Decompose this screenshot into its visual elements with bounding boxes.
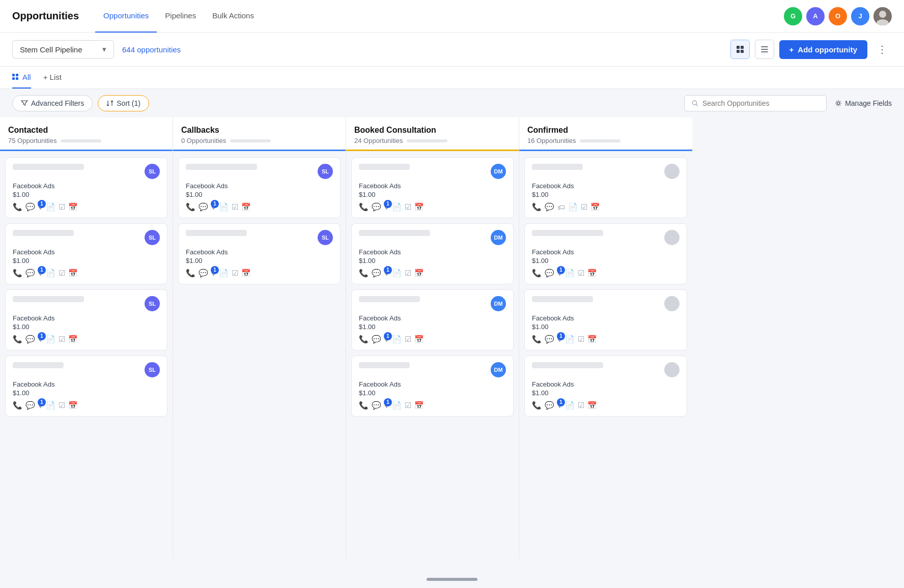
manage-fields-button[interactable]: Manage Fields <box>835 99 892 107</box>
chat-icon[interactable]: 💬 <box>25 401 35 410</box>
check-icon[interactable]: ☑ <box>405 335 411 344</box>
grid-view-button[interactable] <box>730 40 750 59</box>
opp-card[interactable]: SL Facebook Ads $1.00 📞 💬 ♥ 1 📄 ☑ 📅 <box>178 157 341 218</box>
advanced-filters-button[interactable]: Advanced Filters <box>12 95 93 111</box>
list-view-button[interactable] <box>755 40 774 59</box>
heart-badge[interactable]: ♥ 1 <box>384 401 389 410</box>
phone-icon[interactable]: 📞 <box>13 269 22 278</box>
avatar-a[interactable]: A <box>806 7 825 25</box>
heart-badge[interactable]: ♥ 1 <box>38 335 43 344</box>
opp-card[interactable]: DM Facebook Ads $1.00 📞 💬 ♥ 1 📄 ☑ 📅 <box>351 223 514 284</box>
phone-icon[interactable]: 📞 <box>13 202 22 212</box>
doc-icon[interactable]: 📄 <box>46 335 55 344</box>
user-avatar[interactable] <box>873 7 892 25</box>
chat-icon[interactable]: 💬 <box>545 401 554 410</box>
heart-badge[interactable]: ♥ 1 <box>557 335 562 344</box>
doc-icon[interactable]: 📄 <box>565 401 575 410</box>
doc-icon[interactable]: 📄 <box>46 202 55 212</box>
calendar-icon[interactable]: 📅 <box>68 202 78 212</box>
calendar-icon[interactable]: 📅 <box>587 401 597 410</box>
check-icon[interactable]: ☑ <box>59 202 65 212</box>
sub-nav-all[interactable]: All <box>12 67 31 89</box>
doc-icon[interactable]: 📄 <box>565 269 575 278</box>
doc-icon[interactable]: 📄 <box>392 269 402 278</box>
calendar-icon[interactable]: 📅 <box>68 269 78 278</box>
check-icon[interactable]: ☑ <box>59 269 65 278</box>
check-icon[interactable]: ☑ <box>405 401 411 410</box>
opp-card[interactable]: DM Facebook Ads $1.00 📞 💬 ♥ 1 📄 ☑ 📅 <box>351 356 514 417</box>
phone-icon[interactable]: 📞 <box>359 401 369 410</box>
chat-icon[interactable]: 💬 <box>25 269 35 278</box>
phone-icon[interactable]: 📞 <box>13 401 22 410</box>
calendar-icon[interactable]: 📅 <box>590 202 600 212</box>
opp-card[interactable]: SL Facebook Ads $1.00 📞 💬 ♥ 1 📄 ☑ 📅 <box>5 157 167 218</box>
check-icon[interactable]: ☑ <box>405 202 411 212</box>
check-icon[interactable]: ☑ <box>59 401 65 410</box>
phone-icon[interactable]: 📞 <box>532 335 542 344</box>
calendar-icon[interactable]: 📅 <box>414 401 424 410</box>
calendar-icon[interactable]: 📅 <box>587 269 597 278</box>
heart-badge[interactable]: ♥ 1 <box>557 269 562 278</box>
opp-card[interactable]: SL Facebook Ads $1.00 📞 💬 ♥ 1 📄 ☑ 📅 <box>5 356 167 417</box>
calendar-icon[interactable]: 📅 <box>68 335 78 344</box>
tag-icon[interactable]: 🏷 <box>557 203 565 212</box>
heart-badge[interactable]: ♥ 1 <box>38 269 43 278</box>
opp-card[interactable]: SL Facebook Ads $1.00 📞 💬 ♥ 1 📄 ☑ 📅 <box>178 223 341 284</box>
phone-icon[interactable]: 📞 <box>359 202 369 212</box>
heart-badge[interactable]: ♥ 1 <box>557 401 562 410</box>
calendar-icon[interactable]: 📅 <box>241 269 251 278</box>
calendar-icon[interactable]: 📅 <box>587 335 597 344</box>
phone-icon[interactable]: 📞 <box>186 269 195 278</box>
chat-icon[interactable]: 💬 <box>372 269 381 278</box>
heart-badge[interactable]: ♥ 1 <box>384 335 389 344</box>
heart-badge[interactable]: ♥ 1 <box>38 401 43 410</box>
doc-icon[interactable]: 📄 <box>568 202 578 212</box>
opp-card[interactable]: SL Facebook Ads $1.00 📞 💬 ♥ 1 📄 ☑ 📅 <box>5 223 167 284</box>
phone-icon[interactable]: 📞 <box>532 202 542 212</box>
check-icon[interactable]: ☑ <box>59 335 65 344</box>
tab-pipelines[interactable]: Pipelines <box>157 0 204 33</box>
opp-card[interactable]: Facebook Ads $1.00 📞 💬 ♥ 1 📄 ☑ 📅 <box>524 223 687 284</box>
heart-badge[interactable]: ♥ 1 <box>38 203 43 212</box>
calendar-icon[interactable]: 📅 <box>68 401 78 410</box>
chat-icon[interactable]: 💬 <box>372 401 381 410</box>
doc-icon[interactable]: 📄 <box>392 335 402 344</box>
check-icon[interactable]: ☑ <box>581 202 587 212</box>
opp-card[interactable]: DM Facebook Ads $1.00 📞 💬 ♥ 1 📄 ☑ 📅 <box>351 289 514 350</box>
opp-card[interactable]: Facebook Ads $1.00 📞 💬 🏷 📄 ☑ 📅 <box>524 157 687 218</box>
calendar-icon[interactable]: 📅 <box>241 202 251 212</box>
opp-card[interactable]: Facebook Ads $1.00 📞 💬 ♥ 1 📄 ☑ 📅 <box>524 289 687 350</box>
more-options-button[interactable]: ⋮ <box>872 40 892 59</box>
opp-card[interactable]: SL Facebook Ads $1.00 📞 💬 ♥ 1 📄 ☑ 📅 <box>5 289 167 350</box>
doc-icon[interactable]: 📄 <box>392 202 402 212</box>
check-icon[interactable]: ☑ <box>232 202 238 212</box>
chat-icon[interactable]: 💬 <box>25 335 35 344</box>
chat-icon[interactable]: 💬 <box>372 335 381 344</box>
sub-nav-add-list[interactable]: + List <box>43 67 62 89</box>
chat-icon[interactable]: 💬 <box>199 202 208 212</box>
doc-icon[interactable]: 📄 <box>46 401 55 410</box>
heart-badge[interactable]: ♥ 1 <box>384 203 389 212</box>
heart-badge[interactable]: ♥ 1 <box>384 269 389 278</box>
phone-icon[interactable]: 📞 <box>359 335 369 344</box>
phone-icon[interactable]: 📞 <box>186 202 195 212</box>
phone-icon[interactable]: 📞 <box>532 401 542 410</box>
opp-card[interactable]: Facebook Ads $1.00 📞 💬 ♥ 1 📄 ☑ 📅 <box>524 356 687 417</box>
check-icon[interactable]: ☑ <box>578 335 584 344</box>
avatar-g[interactable]: G <box>784 7 802 25</box>
scrollbar-thumb[interactable] <box>427 578 477 581</box>
tab-opportunities[interactable]: Opportunities <box>95 0 157 33</box>
chat-icon[interactable]: 💬 <box>545 202 554 212</box>
check-icon[interactable]: ☑ <box>405 269 411 278</box>
doc-icon[interactable]: 📄 <box>46 269 55 278</box>
check-icon[interactable]: ☑ <box>232 269 238 278</box>
chat-icon[interactable]: 💬 <box>545 335 554 344</box>
pipeline-select[interactable]: Stem Cell Pipeline ▾ <box>12 40 114 58</box>
heart-badge[interactable]: ♥ 1 <box>211 203 216 212</box>
avatar-o[interactable]: O <box>829 7 847 25</box>
phone-icon[interactable]: 📞 <box>532 269 542 278</box>
doc-icon[interactable]: 📄 <box>219 202 229 212</box>
calendar-icon[interactable]: 📅 <box>414 335 424 344</box>
sort-button[interactable]: Sort (1) <box>98 95 149 111</box>
avatar-j[interactable]: J <box>851 7 869 25</box>
